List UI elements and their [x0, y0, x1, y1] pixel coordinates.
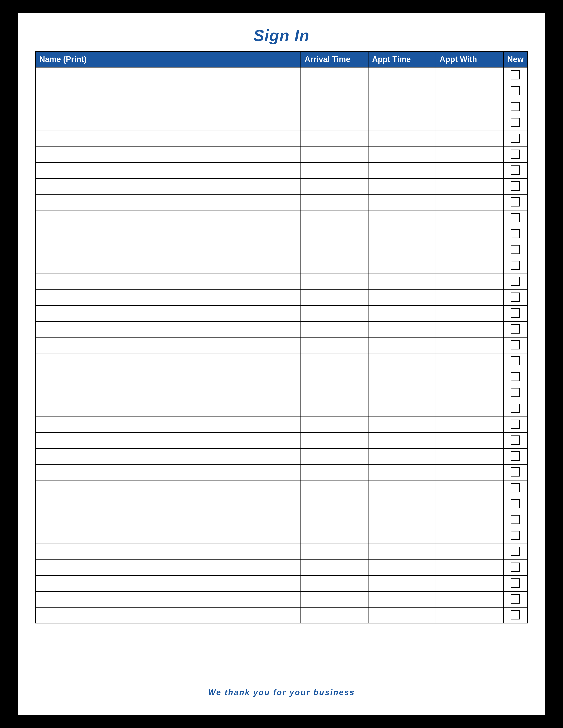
row-new-cell[interactable] [503, 226, 527, 242]
row-appt-with-cell[interactable] [436, 321, 503, 337]
row-new-cell[interactable] [503, 290, 527, 306]
row-arrival-cell[interactable] [301, 258, 368, 274]
row-appt-with-cell[interactable] [436, 560, 503, 576]
row-appt-with-cell[interactable] [436, 496, 503, 512]
row-name-cell[interactable] [36, 512, 301, 528]
row-name-cell[interactable] [36, 433, 301, 448]
row-name-cell[interactable] [36, 528, 301, 544]
row-appt-time-cell[interactable] [368, 258, 436, 274]
row-arrival-cell[interactable] [301, 194, 368, 210]
row-appt-with-cell[interactable] [436, 194, 503, 210]
row-name-cell[interactable] [36, 496, 301, 512]
row-arrival-cell[interactable] [301, 178, 368, 194]
row-arrival-cell[interactable] [301, 544, 368, 560]
new-checkbox[interactable] [511, 594, 520, 604]
row-name-cell[interactable] [36, 131, 301, 147]
row-new-cell[interactable] [503, 607, 527, 623]
row-arrival-cell[interactable] [301, 385, 368, 401]
row-appt-time-cell[interactable] [368, 337, 436, 353]
row-appt-with-cell[interactable] [436, 591, 503, 607]
row-name-cell[interactable] [36, 337, 301, 353]
row-appt-with-cell[interactable] [436, 274, 503, 290]
row-appt-time-cell[interactable] [368, 417, 436, 433]
row-name-cell[interactable] [36, 99, 301, 115]
row-appt-with-cell[interactable] [436, 433, 503, 448]
row-appt-with-cell[interactable] [436, 83, 503, 99]
row-new-cell[interactable] [503, 417, 527, 433]
new-checkbox[interactable] [511, 578, 520, 588]
row-appt-time-cell[interactable] [368, 480, 436, 496]
row-arrival-cell[interactable] [301, 401, 368, 417]
row-name-cell[interactable] [36, 448, 301, 464]
row-name-cell[interactable] [36, 369, 301, 385]
row-appt-time-cell[interactable] [368, 607, 436, 623]
row-new-cell[interactable] [503, 258, 527, 274]
row-appt-time-cell[interactable] [368, 306, 436, 321]
row-name-cell[interactable] [36, 194, 301, 210]
row-appt-time-cell[interactable] [368, 210, 436, 226]
row-name-cell[interactable] [36, 258, 301, 274]
new-checkbox[interactable] [511, 467, 520, 477]
row-new-cell[interactable] [503, 99, 527, 115]
new-checkbox[interactable] [511, 420, 520, 429]
row-name-cell[interactable] [36, 607, 301, 623]
row-new-cell[interactable] [503, 401, 527, 417]
row-new-cell[interactable] [503, 83, 527, 99]
row-appt-time-cell[interactable] [368, 576, 436, 591]
new-checkbox[interactable] [511, 435, 520, 445]
row-appt-with-cell[interactable] [436, 544, 503, 560]
row-name-cell[interactable] [36, 163, 301, 178]
new-checkbox[interactable] [511, 181, 520, 191]
row-name-cell[interactable] [36, 480, 301, 496]
row-arrival-cell[interactable] [301, 337, 368, 353]
row-appt-with-cell[interactable] [436, 131, 503, 147]
row-arrival-cell[interactable] [301, 274, 368, 290]
row-appt-with-cell[interactable] [436, 163, 503, 178]
row-arrival-cell[interactable] [301, 433, 368, 448]
new-checkbox[interactable] [511, 483, 520, 492]
row-arrival-cell[interactable] [301, 290, 368, 306]
row-appt-time-cell[interactable] [368, 67, 436, 83]
row-new-cell[interactable] [503, 163, 527, 178]
row-arrival-cell[interactable] [301, 607, 368, 623]
row-name-cell[interactable] [36, 401, 301, 417]
row-new-cell[interactable] [503, 178, 527, 194]
row-new-cell[interactable] [503, 321, 527, 337]
row-appt-with-cell[interactable] [436, 178, 503, 194]
new-checkbox[interactable] [511, 324, 520, 334]
new-checkbox[interactable] [511, 213, 520, 222]
row-appt-time-cell[interactable] [368, 290, 436, 306]
row-appt-time-cell[interactable] [368, 401, 436, 417]
row-name-cell[interactable] [36, 464, 301, 480]
row-appt-with-cell[interactable] [436, 480, 503, 496]
new-checkbox[interactable] [511, 165, 520, 175]
row-new-cell[interactable] [503, 528, 527, 544]
row-appt-with-cell[interactable] [436, 385, 503, 401]
row-name-cell[interactable] [36, 321, 301, 337]
new-checkbox[interactable] [511, 261, 520, 270]
row-arrival-cell[interactable] [301, 448, 368, 464]
row-appt-with-cell[interactable] [436, 528, 503, 544]
row-arrival-cell[interactable] [301, 321, 368, 337]
row-new-cell[interactable] [503, 496, 527, 512]
new-checkbox[interactable] [511, 499, 520, 508]
row-name-cell[interactable] [36, 560, 301, 576]
row-new-cell[interactable] [503, 242, 527, 258]
row-new-cell[interactable] [503, 464, 527, 480]
row-name-cell[interactable] [36, 306, 301, 321]
new-checkbox[interactable] [511, 86, 520, 95]
row-name-cell[interactable] [36, 385, 301, 401]
row-appt-time-cell[interactable] [368, 560, 436, 576]
row-appt-with-cell[interactable] [436, 147, 503, 163]
row-appt-with-cell[interactable] [436, 576, 503, 591]
row-new-cell[interactable] [503, 353, 527, 369]
row-appt-time-cell[interactable] [368, 448, 436, 464]
row-name-cell[interactable] [36, 290, 301, 306]
row-arrival-cell[interactable] [301, 480, 368, 496]
new-checkbox[interactable] [511, 340, 520, 349]
row-appt-with-cell[interactable] [436, 337, 503, 353]
row-name-cell[interactable] [36, 115, 301, 131]
new-checkbox[interactable] [511, 563, 520, 572]
row-new-cell[interactable] [503, 512, 527, 528]
row-appt-time-cell[interactable] [368, 115, 436, 131]
